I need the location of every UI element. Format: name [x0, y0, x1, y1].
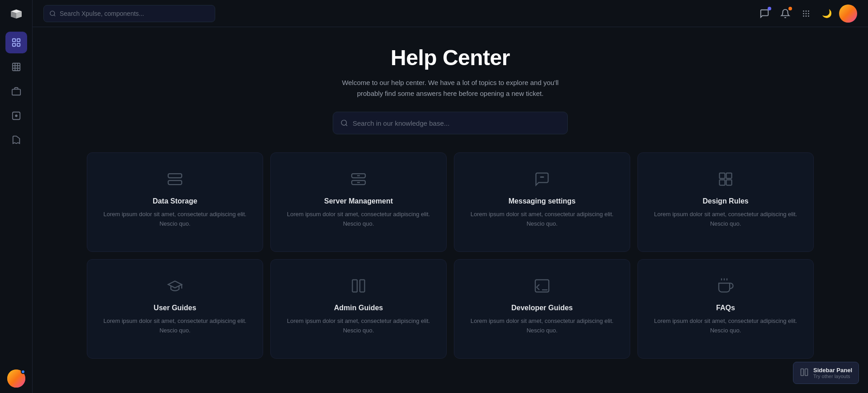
- sidebar-item-grid[interactable]: [5, 56, 27, 78]
- admin-icon: [350, 278, 367, 296]
- page-title: Help Center: [87, 45, 814, 70]
- sidebar-avatar[interactable]: [7, 369, 25, 388]
- svg-rect-37: [720, 173, 725, 179]
- svg-point-19: [806, 13, 807, 14]
- card-desc-design-rules: Lorem ipsum dolor sit amet, consectetur …: [649, 210, 802, 229]
- main-content: 🌙 Help Center Welcome to our help center…: [33, 0, 868, 393]
- svg-rect-49: [805, 369, 808, 375]
- chat-icon-button[interactable]: [756, 5, 773, 22]
- knowledge-base-search[interactable]: [333, 112, 568, 134]
- sidebar-logo[interactable]: [7, 5, 26, 24]
- knowledge-search-icon: [340, 119, 348, 127]
- svg-rect-42: [360, 280, 365, 292]
- svg-line-25: [346, 124, 347, 126]
- page-content: Help Center Welcome to our help center. …: [33, 27, 868, 393]
- card-title-user-guides: User Guides: [154, 304, 196, 312]
- svg-rect-39: [720, 180, 725, 185]
- card-title-faqs: FAQs: [716, 304, 735, 312]
- card-desc-user-guides: Lorem ipsum dolor sit amet, consectetur …: [98, 317, 252, 336]
- svg-rect-40: [726, 180, 732, 185]
- avatar-badge: [21, 369, 25, 374]
- sidebar: [0, 0, 33, 393]
- card-title-admin-guides: Admin Guides: [334, 304, 383, 312]
- card-data-storage[interactable]: Data Storage Lorem ipsum dolor sit amet,…: [87, 152, 263, 252]
- design-icon: [717, 171, 734, 189]
- svg-rect-4: [17, 43, 19, 46]
- card-faqs[interactable]: FAQs Lorem ipsum dolor sit amet, consect…: [637, 259, 814, 359]
- hero-section: Help Center Welcome to our help center. …: [87, 45, 814, 134]
- theme-toggle-button[interactable]: 🌙: [818, 5, 835, 22]
- card-user-guides[interactable]: User Guides Lorem ipsum dolor sit amet, …: [87, 259, 263, 359]
- chat-icon: [534, 171, 550, 189]
- apps-icon: [801, 9, 811, 19]
- apps-icon-button[interactable]: [797, 5, 815, 22]
- card-admin-guides[interactable]: Admin Guides Lorem ipsum dolor sit amet,…: [270, 259, 447, 359]
- svg-point-20: [808, 13, 809, 14]
- svg-rect-48: [801, 369, 804, 375]
- card-title-design-rules: Design Rules: [703, 197, 748, 205]
- svg-rect-10: [12, 89, 20, 95]
- card-title-messaging-settings: Messaging settings: [509, 197, 576, 205]
- svg-rect-38: [726, 173, 732, 179]
- topbar-right: 🌙: [756, 5, 857, 23]
- svg-point-17: [808, 10, 809, 12]
- card-developer-guides[interactable]: Developer Guides Lorem ipsum dolor sit a…: [454, 259, 630, 359]
- svg-point-18: [803, 13, 804, 14]
- cards-grid: Data Storage Lorem ipsum dolor sit amet,…: [87, 152, 814, 359]
- card-desc-admin-guides: Lorem ipsum dolor sit amet, consectetur …: [282, 317, 435, 336]
- card-desc-data-storage: Lorem ipsum dolor sit amet, consectetur …: [98, 210, 252, 229]
- layout-tooltip-icon: [800, 368, 809, 379]
- topbar-search-input[interactable]: [60, 10, 209, 17]
- sidebar-item-briefcase[interactable]: [5, 80, 27, 102]
- svg-point-15: [803, 10, 804, 12]
- sidebar-item-notifications[interactable]: [5, 105, 27, 127]
- layout-tooltip[interactable]: Sidebar Panel Try other layouts: [793, 362, 859, 384]
- card-desc-server-management: Lorem ipsum dolor sit amet, consectetur …: [282, 210, 435, 229]
- storage-icon: [167, 171, 183, 189]
- coffee-icon: [717, 278, 734, 296]
- svg-rect-27: [168, 174, 182, 178]
- svg-rect-3: [12, 43, 15, 46]
- chat-notification-dot: [768, 7, 771, 10]
- card-title-data-storage: Data Storage: [153, 197, 198, 205]
- sidebar-item-dashboard[interactable]: [5, 32, 27, 53]
- card-messaging-settings[interactable]: Messaging settings Lorem ipsum dolor sit…: [454, 152, 630, 252]
- topbar-avatar[interactable]: [839, 5, 857, 23]
- svg-point-22: [806, 15, 807, 17]
- layout-tooltip-title: Sidebar Panel: [813, 367, 852, 374]
- card-design-rules[interactable]: Design Rules Lorem ipsum dolor sit amet,…: [637, 152, 814, 252]
- topbar-search[interactable]: [43, 5, 215, 22]
- sidebar-item-sticky[interactable]: [5, 129, 27, 151]
- knowledge-search-input[interactable]: [353, 119, 560, 127]
- svg-point-24: [341, 120, 346, 125]
- svg-rect-5: [12, 63, 20, 71]
- sidebar-bottom: [7, 369, 25, 388]
- svg-point-23: [808, 15, 809, 17]
- svg-point-16: [806, 10, 807, 12]
- server-icon: [350, 171, 367, 189]
- svg-point-21: [803, 15, 804, 17]
- svg-line-14: [54, 14, 55, 16]
- search-icon: [49, 10, 56, 17]
- graduation-icon: [167, 278, 183, 296]
- svg-rect-26: [168, 180, 182, 185]
- card-title-developer-guides: Developer Guides: [511, 304, 573, 312]
- svg-point-12: [15, 114, 18, 117]
- bell-icon-button[interactable]: [777, 5, 794, 22]
- svg-rect-41: [353, 280, 358, 292]
- topbar: 🌙: [33, 0, 868, 27]
- svg-rect-36: [540, 176, 544, 178]
- svg-rect-2: [17, 39, 19, 42]
- card-desc-faqs: Lorem ipsum dolor sit amet, consectetur …: [649, 317, 802, 336]
- card-title-server-management: Server Management: [324, 197, 393, 205]
- hero-subtitle: Welcome to our help center. We have a lo…: [333, 77, 568, 99]
- layout-tooltip-text: Sidebar Panel Try other layouts: [813, 367, 852, 379]
- layout-tooltip-subtitle: Try other layouts: [813, 374, 852, 379]
- terminal-icon: [534, 278, 550, 296]
- svg-rect-1: [12, 39, 15, 42]
- card-desc-messaging-settings: Lorem ipsum dolor sit amet, consectetur …: [465, 210, 619, 229]
- bell-notification-dot: [788, 7, 792, 10]
- card-desc-developer-guides: Lorem ipsum dolor sit amet, consectetur …: [465, 317, 619, 336]
- svg-point-13: [50, 11, 55, 15]
- card-server-management[interactable]: Server Management Lorem ipsum dolor sit …: [270, 152, 447, 252]
